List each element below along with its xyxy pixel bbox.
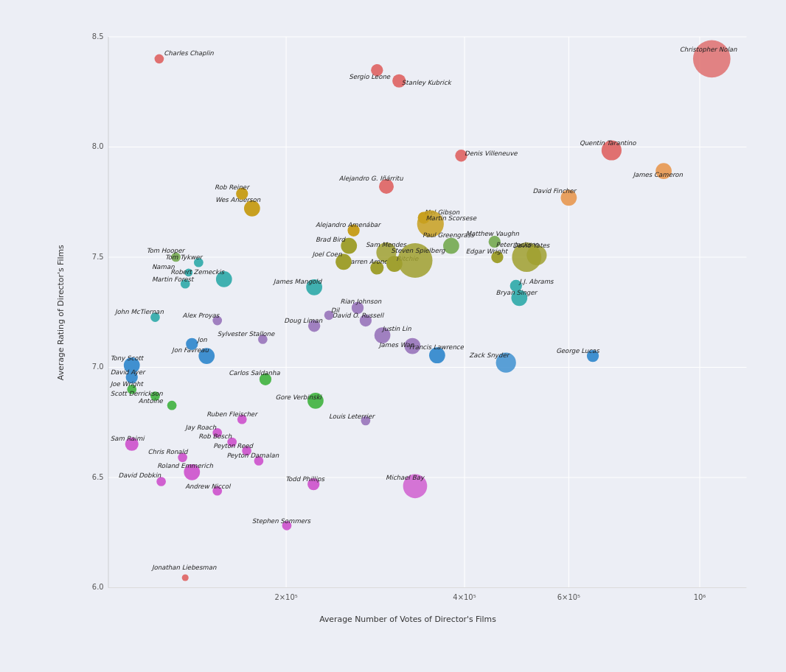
point-label: Tony Scott <box>111 354 145 362</box>
y-axis-label: Average Rating of Director's Films <box>56 245 66 380</box>
point-label: Alejandro Amenábar <box>316 221 381 228</box>
point-label: Michael Bay <box>386 474 425 481</box>
point-label: John McTiernan <box>114 308 164 315</box>
point-label: Alejandro G. Iñárritu <box>339 175 403 182</box>
point-label: Martin Scorsese <box>425 214 476 222</box>
point-label: David Yates <box>512 242 550 249</box>
point-label: Peyton Damalan <box>226 452 279 459</box>
point-label: Todd Phillips <box>285 475 324 483</box>
point-label: Stanley Kubrick <box>402 79 453 86</box>
point-label: Roland Emmerich <box>157 462 213 469</box>
x-tick-label: 2×10⁵ <box>274 593 297 601</box>
point-label: Justin Lin <box>382 325 412 332</box>
point-label: Andrew Niccol <box>185 483 232 490</box>
point-label: Tom Tykwer <box>165 253 203 261</box>
point-label: Denis Villeneuve <box>465 150 518 157</box>
point-label: Jon <box>197 336 208 343</box>
data-point <box>182 574 189 581</box>
y-tick-label: 8.5 <box>92 32 104 41</box>
point-label: Edgar Wright <box>466 248 509 255</box>
point-label: Gore Verbinski <box>276 393 323 401</box>
point-label: David Dobkin <box>119 472 161 479</box>
point-label: Brad Bird <box>316 236 347 243</box>
point-label: James Mangold <box>273 278 323 285</box>
point-label: J.J. Abrams <box>518 278 554 285</box>
point-label: Alex Proyas <box>183 312 220 319</box>
x-tick-label: 4×10⁵ <box>453 593 476 601</box>
scatter-plot: 6.0 6.5 7.0 7.5 8.0 8.5 2×10⁵ 4×10⁵ 6×10… <box>52 15 764 628</box>
point-label: Sylvester Stallone <box>218 330 275 337</box>
point-label: Robert Zemeckis <box>170 268 224 276</box>
point-label: Ruben Fleischer <box>206 410 258 418</box>
point-label: Antoine <box>139 397 164 405</box>
point-label: David O. Russell <box>333 312 385 319</box>
point-label: Rob Reiner <box>215 183 250 191</box>
point-label: Joe Wright <box>110 380 145 388</box>
y-tick-label: 7.5 <box>92 253 104 261</box>
chart-container: 6.0 6.5 7.0 7.5 8.0 8.5 2×10⁵ 4×10⁵ 6×10… <box>0 0 786 672</box>
x-tick-label: 6×10⁵ <box>557 593 580 601</box>
point-label: Dil <box>331 307 341 314</box>
x-tick-label: 10⁶ <box>694 593 706 601</box>
y-tick-label: 6.0 <box>92 583 104 591</box>
point-label: Zack Snyder <box>469 351 509 359</box>
data-point <box>155 55 164 64</box>
point-label: Francis Lawrence <box>409 343 465 351</box>
point-label: Steven Spielberg <box>391 247 445 254</box>
point-label: David Fincher <box>532 187 577 195</box>
point-label: Charles Chaplin <box>164 49 214 57</box>
point-label: Louis Leterrier <box>329 413 375 420</box>
data-point <box>443 238 459 254</box>
point-label: Matthew Vaughn <box>466 230 520 237</box>
y-tick-label: 7.0 <box>92 363 104 371</box>
point-label: Rob Bosch <box>198 433 232 440</box>
point-label: Peyton Reed <box>213 442 254 449</box>
point-label: Doug Liman <box>284 317 322 324</box>
y-tick-label: 8.0 <box>92 142 104 150</box>
point-label: Quentin Tarantino <box>580 139 636 147</box>
point-label: George Lucas <box>556 347 599 354</box>
point-label: Rian Johnson <box>340 298 381 305</box>
point-label: Joel Coen <box>311 251 342 258</box>
point-label: James Cameron <box>632 171 683 178</box>
data-point <box>186 338 198 350</box>
data-point <box>167 401 177 410</box>
point-label: Jonathan Liebesman <box>151 564 217 571</box>
y-tick-label: 6.5 <box>92 473 104 481</box>
x-axis-label: Average Number of Votes of Director's Fi… <box>319 615 496 624</box>
point-label: Christopher Nolan <box>680 46 737 53</box>
point-label: Sam Raimi <box>111 435 146 442</box>
point-label: Jay Roach <box>184 424 216 431</box>
point-label: David Ayer <box>111 368 146 376</box>
point-label: Chris Ronald <box>147 448 189 455</box>
point-label: Carlos Saldanha <box>229 369 280 377</box>
point-label: Bryan Singer <box>496 289 538 296</box>
point-label: Stephen Sommers <box>252 517 311 525</box>
point-label: Sergio Leone <box>349 73 391 80</box>
